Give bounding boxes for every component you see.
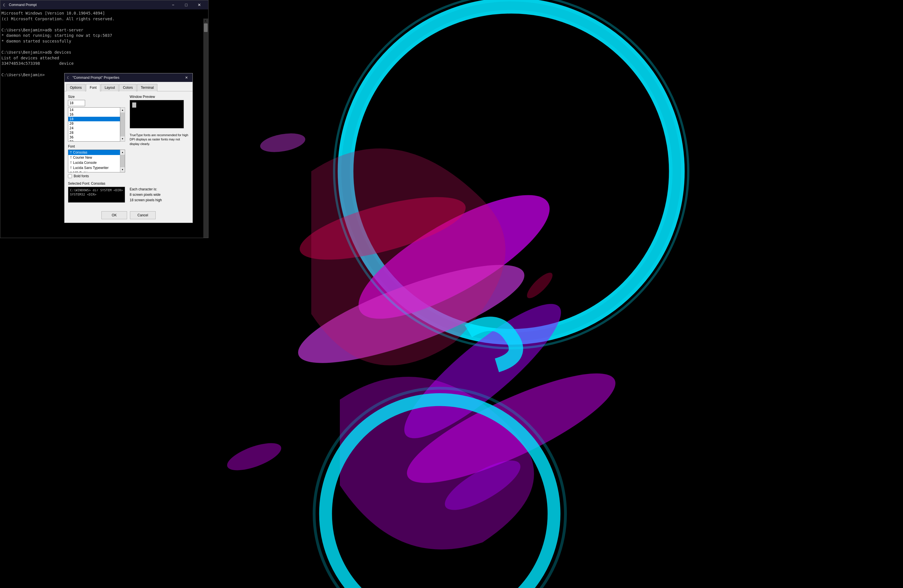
tab-options[interactable]: Options [66, 84, 85, 91]
char-width: 8 screen pixels wide [130, 192, 162, 198]
font-type-icon: T [70, 166, 72, 169]
svg-text:C: C [67, 76, 69, 79]
font-name-label: Lucida Sans Typewriter [73, 166, 109, 170]
cmd-close-button[interactable]: ✕ [193, 0, 206, 9]
font-list-item[interactable]: TMS Gothic [68, 170, 120, 172]
font-type-icon: T [70, 151, 72, 154]
font-scroll-down[interactable]: ▼ [120, 167, 125, 172]
tt-info-text: TrueType fonts are recommended for high … [130, 133, 189, 146]
tab-font[interactable]: Font [86, 84, 100, 91]
font-scroll-track [120, 155, 125, 167]
size-listbox[interactable]: 1416182024283672 [68, 107, 120, 141]
size-input[interactable] [68, 100, 85, 106]
size-list-item[interactable]: 18 [68, 117, 120, 121]
char-info: Each character is: 8 screen pixels wide … [130, 187, 162, 203]
selected-font-row: C:\WINDOWS> dir SYSTEM <DIR> SYSTEM32 <D… [68, 187, 189, 203]
size-scroll-track [120, 113, 125, 136]
tab-colors[interactable]: Colors [119, 84, 137, 91]
font-name-label: Lucida Console [73, 161, 97, 165]
dialog-close-button[interactable]: ✕ [183, 75, 190, 81]
scrollbar-thumb[interactable] [204, 24, 208, 32]
dialog-title-text: "Command Prompt" Properties [72, 76, 183, 80]
font-list-item[interactable]: TLucida Console [68, 160, 120, 165]
font-list-item[interactable]: TConsolas [68, 150, 120, 155]
size-label: Size [68, 95, 125, 99]
cmd-title-text: Command Prompt [9, 3, 167, 7]
tt-info-container: TrueType fonts are recommended for high … [130, 133, 189, 146]
char-info-label: Each character is: [130, 187, 162, 192]
font-name-label: Courier New [73, 155, 92, 160]
dialog-titlebar: C "Command Prompt" Properties ✕ [64, 73, 192, 82]
bold-fonts-checkbox[interactable] [68, 174, 72, 178]
preview-cursor [132, 102, 136, 108]
window-preview-box [130, 100, 184, 129]
cancel-button[interactable]: Cancel [130, 211, 156, 219]
char-height: 18 screen pixels high [130, 198, 162, 203]
window-preview-label: Window Preview [130, 95, 189, 99]
tab-terminal[interactable]: Terminal [137, 84, 157, 91]
cmd-scrollbar[interactable]: ▲ [203, 19, 208, 238]
size-scroll-down[interactable]: ▼ [120, 136, 125, 141]
font-type-icon: T [70, 171, 72, 172]
size-input-row [68, 100, 125, 106]
font-list-item[interactable]: TLucida Sans Typewriter [68, 165, 120, 170]
selected-font-section: Selected Font: Consolas C:\WINDOWS> dir … [68, 182, 189, 203]
ok-button[interactable]: OK [101, 211, 127, 219]
scrollbar-up-arrow[interactable]: ▲ [203, 19, 208, 23]
dialog-body: Size 1416182024283672 ▲ ▼ Font T [64, 91, 192, 207]
size-list-item[interactable]: 20 [68, 121, 120, 126]
font-label: Font [68, 144, 125, 149]
dialog-icon: C [67, 76, 71, 80]
size-scroll-up[interactable]: ▲ [120, 108, 125, 113]
size-list-item[interactable]: 36 [68, 135, 120, 140]
font-name-label: MS Gothic [73, 171, 89, 172]
size-scrollbar[interactable]: ▲ ▼ [120, 107, 125, 141]
size-list-item[interactable]: 16 [68, 112, 120, 117]
right-column: Window Preview TrueType fonts are recomm… [130, 95, 189, 178]
font-scroll-up[interactable]: ▲ [120, 150, 125, 155]
size-list-item[interactable]: 24 [68, 126, 120, 130]
tab-layout[interactable]: Layout [101, 84, 118, 91]
size-list-item[interactable]: 28 [68, 130, 120, 135]
dialog-buttons: OK Cancel [64, 207, 192, 223]
top-row: Size 1416182024283672 ▲ ▼ Font T [68, 95, 189, 178]
bold-fonts-row: Bold fonts [68, 174, 125, 178]
cmd-maximize-button[interactable]: □ [179, 0, 193, 9]
font-preview-box: C:\WINDOWS> dir SYSTEM <DIR> SYSTEM32 <D… [68, 187, 125, 203]
font-list-item[interactable]: TCourier New [68, 155, 120, 160]
left-column: Size 1416182024283672 ▲ ▼ Font T [68, 95, 125, 178]
size-list-item[interactable]: 14 [68, 108, 120, 112]
cmd-window-controls: − □ ✕ [167, 0, 206, 9]
font-listbox[interactable]: TConsolasTCourier NewTLucida ConsoleTLuc… [68, 150, 120, 172]
cmd-minimize-button[interactable]: − [167, 0, 179, 9]
font-name-label: Consolas [73, 151, 87, 154]
size-list-item[interactable]: 72 [68, 140, 120, 141]
cmd-titlebar: C Command Prompt − □ ✕ [0, 0, 208, 9]
font-scrollbar[interactable]: ▲ ▼ [120, 150, 125, 172]
dialog-tab-bar: Options Font Layout Colors Terminal [64, 82, 192, 91]
font-type-icon: T [70, 156, 72, 159]
selected-font-label: Selected Font: Consolas [68, 182, 189, 185]
font-type-icon: T [70, 161, 72, 165]
cmd-window-icon: C [3, 3, 7, 7]
font-section: Font TConsolasTCourier NewTLucida Consol… [68, 144, 125, 178]
bold-fonts-label: Bold fonts [74, 174, 89, 178]
properties-dialog: C "Command Prompt" Properties ✕ Options … [64, 73, 193, 223]
svg-text:C: C [3, 3, 5, 7]
font-listbox-container: TConsolasTCourier NewTLucida ConsoleTLuc… [68, 150, 125, 172]
size-listbox-container: 1416182024283672 ▲ ▼ [68, 107, 125, 141]
